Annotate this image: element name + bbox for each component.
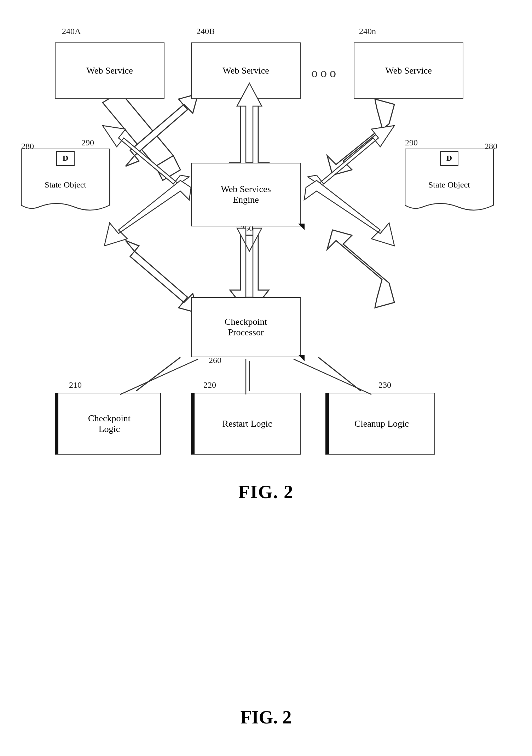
wse-corner — [298, 224, 305, 230]
state-object-left-280: 280 — [21, 142, 34, 151]
cp-corner — [298, 355, 305, 361]
web-service-n-id: 240n — [359, 27, 376, 36]
restart-logic-id: 220 — [203, 380, 216, 390]
web-services-engine-id: 250 — [241, 224, 253, 233]
web-services-engine-label: Web Services Engine — [221, 184, 271, 205]
cleanup-logic-id: 230 — [378, 380, 391, 390]
checkpoint-processor-id: 260 — [209, 356, 221, 365]
checkpoint-processor-label: Checkpoint Processor — [225, 317, 267, 338]
web-service-a-box: Web Service — [55, 42, 164, 99]
web-service-a-label: Web Service — [86, 65, 133, 76]
web-service-b-id: 240B — [196, 27, 215, 36]
web-service-a-id: 240A — [62, 27, 81, 36]
diagram: Web Service 240A Web Service 240B ooo We… — [0, 0, 532, 531]
web-services-engine-box: Web Services Engine — [191, 163, 301, 226]
fig-label-container: FIG. 2 — [0, 707, 532, 728]
svg-text:State Object: State Object — [45, 180, 86, 189]
checkpoint-logic-label: Checkpoint Logic — [88, 413, 131, 434]
checkpoint-processor-box: Checkpoint Processor — [191, 297, 301, 357]
restart-logic-label: Restart Logic — [222, 419, 272, 429]
state-object-right-280: 280 — [485, 142, 497, 151]
state-object-right-svg: D State Object — [405, 149, 501, 219]
svg-marker-5 — [126, 241, 198, 313]
web-service-n-box: Web Service — [354, 42, 463, 99]
figure-label: FIG. 2 — [0, 481, 532, 502]
svg-line-10 — [318, 357, 361, 391]
cleanup-logic-label: Cleanup Logic — [354, 419, 409, 429]
checkpoint-logic-id: 210 — [69, 380, 82, 390]
svg-text:D: D — [63, 154, 68, 162]
checkpoint-logic-box: Checkpoint Logic — [55, 393, 161, 455]
svg-marker-4 — [327, 99, 394, 175]
svg-text:D: D — [446, 154, 452, 162]
state-object-left-290: 290 — [81, 138, 94, 148]
restart-logic-box: Restart Logic — [191, 393, 301, 455]
state-object-right-290: 290 — [405, 138, 418, 148]
svg-line-8 — [136, 357, 180, 391]
ellipsis-dots: ooo — [311, 65, 339, 80]
web-service-b-label: Web Service — [222, 65, 269, 76]
web-service-n-label: Web Service — [385, 65, 432, 76]
cleanup-logic-box: Cleanup Logic — [325, 393, 435, 455]
svg-marker-6 — [327, 230, 394, 308]
fig-2-label: FIG. 2 — [241, 707, 291, 727]
state-object-left-svg: D State Object — [21, 149, 117, 219]
web-service-b-box: Web Service — [191, 42, 301, 99]
svg-text:State Object: State Object — [428, 180, 470, 189]
